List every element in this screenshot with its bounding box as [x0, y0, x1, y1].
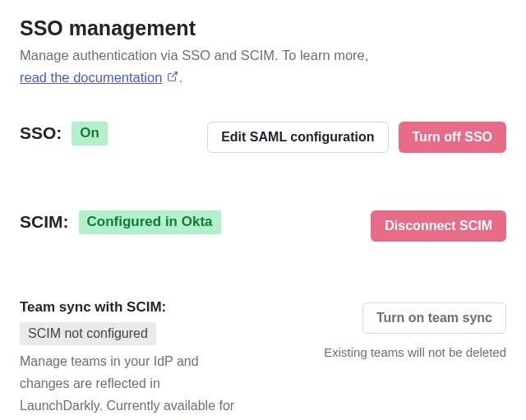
scim-section: SCIM: Configured in Okta Disconnect SCIM	[20, 210, 506, 242]
sso-management-panel: SSO management Manage authentication via…	[0, 0, 526, 420]
subtitle-period: .	[178, 70, 182, 85]
documentation-link-text: read the documentation	[20, 70, 162, 85]
team-sync-section: Team sync with SCIM: SCIM not configured…	[20, 299, 506, 420]
sso-status-group: SSO: On	[20, 122, 108, 145]
sso-actions: Edit SAML configuration Turn off SSO	[207, 122, 506, 153]
team-sync-actions: Turn on team sync Existing teams will no…	[324, 299, 506, 359]
disconnect-scim-button[interactable]: Disconnect SCIM	[371, 210, 506, 242]
team-sync-status-badge: SCIM not configured	[20, 322, 156, 345]
turn-on-team-sync-button[interactable]: Turn on team sync	[362, 302, 506, 334]
page-title: SSO management	[20, 16, 506, 40]
sso-label: SSO:	[20, 123, 62, 143]
page-subtitle: Manage authentication via SSO and SCIM. …	[20, 45, 506, 67]
scim-actions: Disconnect SCIM	[371, 210, 506, 242]
turn-off-sso-button[interactable]: Turn off SSO	[399, 122, 506, 153]
team-sync-description: Manage teams in your IdP and changes are…	[20, 350, 242, 420]
scim-label: SCIM:	[20, 212, 69, 232]
edit-saml-button[interactable]: Edit SAML configuration	[207, 122, 388, 153]
svg-line-0	[172, 72, 177, 76]
sso-status-badge: On	[72, 122, 108, 145]
scim-status-group: SCIM: Configured in Okta	[20, 210, 221, 234]
team-sync-note: Existing teams will not be deleted	[324, 345, 506, 359]
documentation-link[interactable]: read the documentation	[20, 70, 178, 85]
sso-section: SSO: On Edit SAML configuration Turn off…	[20, 122, 506, 153]
external-link-icon	[167, 70, 178, 85]
team-sync-info: Team sync with SCIM: SCIM not configured…	[20, 299, 242, 420]
scim-status-badge: Configured in Okta	[79, 210, 221, 234]
team-sync-label: Team sync with SCIM:	[20, 299, 166, 316]
